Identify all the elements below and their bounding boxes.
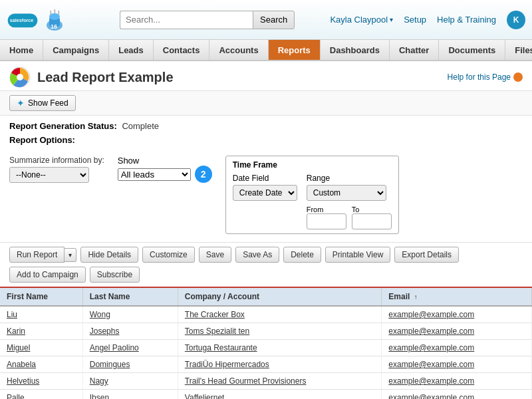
status-value: Complete: [122, 121, 159, 131]
svg-text:16: 16: [51, 23, 57, 30]
status-label: Report Generation Status:: [9, 121, 117, 131]
cell-email[interactable]: example@example.com: [382, 356, 532, 373]
run-report-dropdown[interactable]: ▾: [65, 248, 76, 262]
user-name: Kayla Claypool: [330, 15, 388, 25]
hide-details-button[interactable]: Hide Details: [80, 247, 138, 263]
cell-company[interactable]: Vaffeliernet: [178, 390, 381, 400]
summarize-label: Summarize information by:: [9, 156, 104, 165]
range-select[interactable]: Custom: [307, 185, 386, 201]
customize-button[interactable]: Customize: [142, 247, 195, 263]
summarize-group: Summarize information by: --None--: [9, 156, 104, 183]
cell-last-name[interactable]: Josephs: [82, 323, 178, 340]
cell-last-name[interactable]: Nagy: [82, 373, 178, 390]
cell-last-name[interactable]: Wong: [82, 306, 178, 323]
cell-last-name[interactable]: Angel Paolino: [82, 340, 178, 356]
col-first-name[interactable]: First Name: [0, 288, 82, 306]
nav-item-contacts[interactable]: Contacts: [154, 40, 210, 60]
export-details-button[interactable]: Export Details: [394, 247, 459, 263]
table-row: Anabela Domingues TradiÜo Hipermercados …: [0, 356, 532, 373]
cell-email[interactable]: example@example.com: [382, 306, 532, 323]
nav-item-reports[interactable]: Reports: [269, 40, 321, 60]
nav-item-files[interactable]: Files: [505, 40, 532, 60]
cell-company[interactable]: Tortuga Restaurante: [178, 340, 381, 356]
mascot-icon: 16: [41, 7, 68, 33]
search-input[interactable]: [120, 11, 253, 29]
user-area: Kayla Claypool ▾ Setup Help & Training K: [330, 11, 525, 29]
chevron-down-icon: ▾: [390, 16, 393, 23]
page-header: Lead Report Example Help for this Page: [0, 61, 532, 91]
search-button[interactable]: Search: [253, 11, 295, 29]
table-header-row: First Name Last Name Company / Account E…: [0, 288, 532, 306]
svg-text:salesforce: salesforce: [10, 17, 34, 23]
from-to-group: From To: [307, 205, 392, 229]
setup-link[interactable]: Setup: [404, 15, 426, 25]
toolbar: Run Report ▾ Hide Details Customize Save…: [0, 243, 532, 288]
col-last-name[interactable]: Last Name: [82, 288, 178, 306]
col-company[interactable]: Company / Account: [178, 288, 381, 306]
cell-first-name: Miguel: [0, 340, 82, 356]
summarize-select[interactable]: --None--: [9, 167, 89, 183]
svg-point-7: [17, 74, 23, 80]
table-row: Karin Josephs Toms Spezialit ten example…: [0, 323, 532, 340]
delete-button[interactable]: Delete: [283, 247, 321, 263]
cell-first-name: Palle: [0, 390, 82, 400]
from-input[interactable]: [307, 213, 346, 229]
salesforce-logo: salesforce: [7, 9, 39, 31]
to-input[interactable]: [352, 213, 392, 229]
range-label: Range: [307, 174, 392, 183]
cell-company[interactable]: TradiÜo Hipermercados: [178, 356, 381, 373]
nav-item-chatter[interactable]: Chatter: [390, 40, 440, 60]
page-title: Lead Report Example: [37, 70, 174, 85]
col-email[interactable]: Email ↑: [382, 288, 532, 306]
show-select[interactable]: All leads: [118, 168, 191, 181]
options-form-row: Summarize information by: --None-- Show …: [9, 150, 523, 237]
save-as-button[interactable]: Save As: [235, 247, 279, 263]
printable-view-button[interactable]: Printable View: [325, 247, 391, 263]
cell-company[interactable]: Toms Spezialit ten: [178, 323, 381, 340]
to-label: To: [352, 205, 392, 213]
time-frame-box: Time Frame Date Field Create Date Range …: [225, 156, 399, 234]
nav-item-leads[interactable]: Leads: [109, 40, 154, 60]
add-to-campaign-button[interactable]: Add to Campaign: [9, 267, 86, 283]
cell-first-name: Karin: [0, 323, 82, 340]
nav-item-home[interactable]: Home: [0, 40, 43, 60]
report-options: Report Generation Status: Complete Repor…: [0, 116, 532, 243]
nav-item-accounts[interactable]: Accounts: [209, 40, 268, 60]
cell-first-name: Liu: [0, 306, 82, 323]
date-field-select[interactable]: Create Date: [233, 185, 297, 201]
cell-first-name: Helvetius: [0, 373, 82, 390]
save-button[interactable]: Save: [199, 247, 231, 263]
cell-email[interactable]: example@example.com: [382, 373, 532, 390]
app-header: salesforce 16 Search Kayla Claypool ▾ Se…: [0, 0, 532, 40]
user-menu[interactable]: Kayla Claypool ▾: [330, 15, 393, 25]
search-area: Search: [120, 11, 306, 29]
cell-company[interactable]: Trail's Head Gourmet Provisioners: [178, 373, 381, 390]
from-label: From: [307, 205, 346, 213]
cell-last-name[interactable]: Domingues: [82, 356, 178, 373]
date-field-group: Date Field Create Date: [233, 174, 297, 201]
cell-email[interactable]: example@example.com: [382, 340, 532, 356]
main-nav: Home Campaigns Leads Contacts Accounts R…: [0, 40, 532, 61]
cell-last-name[interactable]: Ibsen: [82, 390, 178, 400]
cell-email[interactable]: example@example.com: [382, 390, 532, 400]
help-dot-icon: [513, 72, 523, 82]
table-row: Miguel Angel Paolino Tortuga Restaurante…: [0, 340, 532, 356]
cell-company[interactable]: The Cracker Box: [178, 306, 381, 323]
help-link[interactable]: Help & Training: [437, 15, 496, 25]
date-field-label: Date Field: [233, 174, 297, 183]
time-frame-title: Time Frame: [233, 160, 392, 170]
subscribe-button[interactable]: Subscribe: [90, 267, 140, 283]
nav-item-dashboards[interactable]: Dashboards: [321, 40, 390, 60]
cell-email[interactable]: example@example.com: [382, 323, 532, 340]
run-report-main[interactable]: Run Report: [9, 247, 65, 263]
page-help-link[interactable]: Help for this Page: [448, 72, 523, 82]
nav-item-campaigns[interactable]: Campaigns: [43, 40, 109, 60]
nav-item-documents[interactable]: Documents: [439, 40, 505, 60]
show-feed-bar: ✦ Show Feed: [0, 91, 532, 116]
table-row: Palle Ibsen Vaffeliernet example@example…: [0, 390, 532, 400]
show-feed-button[interactable]: ✦ Show Feed: [9, 95, 76, 111]
time-frame-inner: Date Field Create Date Range Custom From: [233, 174, 392, 229]
table-row: Helvetius Nagy Trail's Head Gourmet Prov…: [0, 373, 532, 390]
show-label: Show: [118, 156, 140, 166]
badge-circle: 2: [195, 166, 212, 183]
